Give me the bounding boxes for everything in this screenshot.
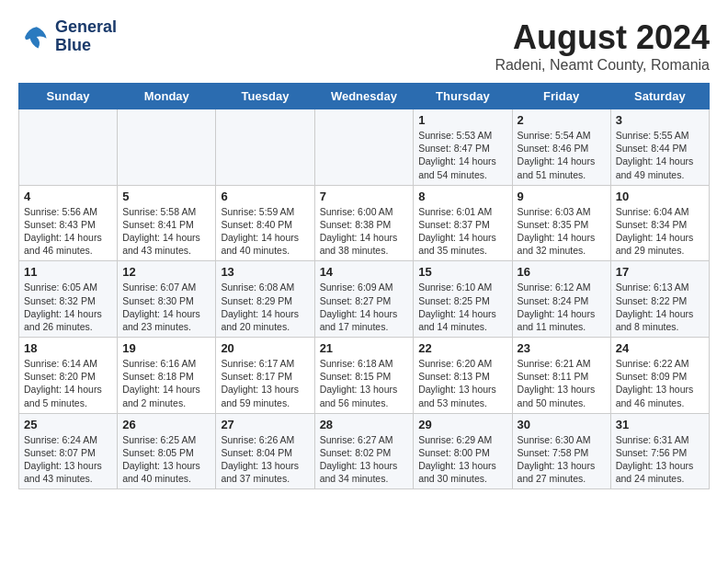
day-info: Sunrise: 6:26 AM Sunset: 8:04 PM Dayligh…	[221, 433, 309, 486]
calendar-week-5: 25Sunrise: 6:24 AM Sunset: 8:07 PM Dayli…	[19, 413, 710, 489]
day-number: 17	[616, 265, 704, 279]
calendar-cell	[314, 109, 414, 186]
calendar-cell: 12Sunrise: 6:07 AM Sunset: 8:30 PM Dayli…	[118, 261, 216, 338]
day-info: Sunrise: 6:29 AM Sunset: 8:00 PM Dayligh…	[418, 433, 506, 486]
day-number: 3	[616, 113, 704, 127]
day-number: 12	[122, 265, 210, 279]
day-number: 20	[221, 341, 309, 355]
calendar-cell: 20Sunrise: 6:17 AM Sunset: 8:17 PM Dayli…	[216, 338, 314, 414]
calendar-cell	[19, 109, 118, 186]
day-info: Sunrise: 5:53 AM Sunset: 8:47 PM Dayligh…	[418, 129, 506, 181]
day-number: 19	[122, 341, 210, 355]
calendar-week-1: 1Sunrise: 5:53 AM Sunset: 8:47 PM Daylig…	[19, 109, 710, 186]
calendar-cell	[118, 109, 216, 186]
day-info: Sunrise: 6:18 AM Sunset: 8:15 PM Dayligh…	[320, 357, 409, 409]
day-number: 29	[418, 418, 506, 431]
calendar-table: SundayMondayTuesdayWednesdayThursdayFrid…	[18, 83, 710, 489]
day-info: Sunrise: 6:08 AM Sunset: 8:29 PM Dayligh…	[221, 281, 309, 333]
page-title: August 2024	[495, 18, 710, 57]
day-info: Sunrise: 6:16 AM Sunset: 8:18 PM Dayligh…	[122, 357, 210, 409]
logo-line1: General	[55, 18, 117, 37]
day-info: Sunrise: 6:01 AM Sunset: 8:37 PM Dayligh…	[418, 205, 506, 258]
day-info: Sunrise: 6:31 AM Sunset: 7:56 PM Dayligh…	[616, 433, 704, 486]
logo-line2: Blue	[55, 37, 117, 55]
day-info: Sunrise: 6:07 AM Sunset: 8:30 PM Dayligh…	[122, 281, 210, 333]
page-header: General Blue August 2024 Radeni, Neamt C…	[18, 18, 710, 74]
day-number: 28	[320, 418, 409, 431]
calendar-cell: 27Sunrise: 6:26 AM Sunset: 8:04 PM Dayli…	[216, 413, 314, 489]
day-info: Sunrise: 6:04 AM Sunset: 8:34 PM Dayligh…	[616, 205, 704, 258]
calendar-cell: 22Sunrise: 6:20 AM Sunset: 8:13 PM Dayli…	[414, 338, 512, 414]
day-number: 24	[616, 341, 704, 355]
calendar-cell: 16Sunrise: 6:12 AM Sunset: 8:24 PM Dayli…	[512, 261, 610, 338]
calendar-cell: 5Sunrise: 5:58 AM Sunset: 8:41 PM Daylig…	[118, 185, 216, 261]
calendar-cell: 28Sunrise: 6:27 AM Sunset: 8:02 PM Dayli…	[314, 413, 414, 489]
day-info: Sunrise: 5:56 AM Sunset: 8:43 PM Dayligh…	[24, 205, 112, 258]
calendar-cell: 30Sunrise: 6:30 AM Sunset: 7:58 PM Dayli…	[512, 413, 610, 489]
day-info: Sunrise: 6:09 AM Sunset: 8:27 PM Dayligh…	[320, 281, 409, 333]
calendar-cell: 26Sunrise: 6:25 AM Sunset: 8:05 PM Dayli…	[118, 413, 216, 489]
logo-icon	[18, 20, 51, 53]
col-header-tuesday: Tuesday	[216, 84, 314, 109]
day-number: 21	[320, 341, 409, 355]
day-info: Sunrise: 6:00 AM Sunset: 8:38 PM Dayligh…	[320, 205, 409, 258]
calendar-cell: 13Sunrise: 6:08 AM Sunset: 8:29 PM Dayli…	[216, 261, 314, 338]
day-info: Sunrise: 6:03 AM Sunset: 8:35 PM Dayligh…	[518, 205, 606, 258]
day-number: 27	[221, 418, 309, 431]
calendar-week-4: 18Sunrise: 6:14 AM Sunset: 8:20 PM Dayli…	[19, 338, 710, 414]
day-number: 4	[24, 190, 112, 203]
day-number: 11	[24, 265, 112, 279]
day-info: Sunrise: 6:14 AM Sunset: 8:20 PM Dayligh…	[24, 357, 112, 409]
col-header-wednesday: Wednesday	[314, 84, 414, 109]
day-info: Sunrise: 6:12 AM Sunset: 8:24 PM Dayligh…	[518, 281, 606, 333]
day-info: Sunrise: 6:10 AM Sunset: 8:25 PM Dayligh…	[418, 281, 506, 333]
day-info: Sunrise: 6:22 AM Sunset: 8:09 PM Dayligh…	[616, 357, 704, 409]
calendar-cell: 29Sunrise: 6:29 AM Sunset: 8:00 PM Dayli…	[414, 413, 512, 489]
day-number: 25	[24, 418, 112, 431]
day-number: 18	[24, 341, 112, 355]
day-number: 5	[122, 190, 210, 203]
day-info: Sunrise: 5:55 AM Sunset: 8:44 PM Dayligh…	[616, 129, 704, 181]
calendar-cell: 1Sunrise: 5:53 AM Sunset: 8:47 PM Daylig…	[414, 109, 512, 186]
calendar-week-2: 4Sunrise: 5:56 AM Sunset: 8:43 PM Daylig…	[19, 185, 710, 261]
day-info: Sunrise: 6:13 AM Sunset: 8:22 PM Dayligh…	[616, 281, 704, 333]
col-header-sunday: Sunday	[19, 84, 118, 109]
calendar-cell: 11Sunrise: 6:05 AM Sunset: 8:32 PM Dayli…	[19, 261, 118, 338]
calendar-cell: 7Sunrise: 6:00 AM Sunset: 8:38 PM Daylig…	[314, 185, 414, 261]
calendar-header-row: SundayMondayTuesdayWednesdayThursdayFrid…	[19, 84, 710, 109]
day-number: 30	[518, 418, 606, 431]
day-info: Sunrise: 6:25 AM Sunset: 8:05 PM Dayligh…	[122, 433, 210, 486]
col-header-monday: Monday	[118, 84, 216, 109]
day-number: 16	[518, 265, 606, 279]
calendar-cell: 6Sunrise: 5:59 AM Sunset: 8:40 PM Daylig…	[216, 185, 314, 261]
day-info: Sunrise: 6:24 AM Sunset: 8:07 PM Dayligh…	[24, 433, 112, 486]
day-number: 1	[418, 113, 506, 127]
day-number: 31	[616, 418, 704, 431]
day-info: Sunrise: 5:54 AM Sunset: 8:46 PM Dayligh…	[518, 129, 606, 181]
day-info: Sunrise: 6:20 AM Sunset: 8:13 PM Dayligh…	[418, 357, 506, 409]
day-number: 10	[616, 190, 704, 203]
day-number: 22	[418, 341, 506, 355]
day-info: Sunrise: 6:17 AM Sunset: 8:17 PM Dayligh…	[221, 357, 309, 409]
calendar-cell: 14Sunrise: 6:09 AM Sunset: 8:27 PM Dayli…	[314, 261, 414, 338]
calendar-cell: 3Sunrise: 5:55 AM Sunset: 8:44 PM Daylig…	[610, 109, 709, 186]
day-info: Sunrise: 5:59 AM Sunset: 8:40 PM Dayligh…	[221, 205, 309, 258]
day-info: Sunrise: 6:30 AM Sunset: 7:58 PM Dayligh…	[518, 433, 606, 486]
day-info: Sunrise: 6:27 AM Sunset: 8:02 PM Dayligh…	[320, 433, 409, 486]
day-number: 14	[320, 265, 409, 279]
calendar-cell	[216, 109, 314, 186]
day-number: 2	[518, 113, 606, 127]
day-info: Sunrise: 5:58 AM Sunset: 8:41 PM Dayligh…	[122, 205, 210, 258]
col-header-thursday: Thursday	[414, 84, 512, 109]
day-number: 15	[418, 265, 506, 279]
day-number: 13	[221, 265, 309, 279]
logo: General Blue	[18, 18, 117, 55]
page-subtitle: Radeni, Neamt County, Romania	[495, 57, 710, 74]
day-info: Sunrise: 6:05 AM Sunset: 8:32 PM Dayligh…	[24, 281, 112, 333]
day-number: 8	[418, 190, 506, 203]
calendar-cell: 15Sunrise: 6:10 AM Sunset: 8:25 PM Dayli…	[414, 261, 512, 338]
calendar-cell: 18Sunrise: 6:14 AM Sunset: 8:20 PM Dayli…	[19, 338, 118, 414]
day-number: 23	[518, 341, 606, 355]
calendar-cell: 25Sunrise: 6:24 AM Sunset: 8:07 PM Dayli…	[19, 413, 118, 489]
calendar-cell: 10Sunrise: 6:04 AM Sunset: 8:34 PM Dayli…	[610, 185, 709, 261]
